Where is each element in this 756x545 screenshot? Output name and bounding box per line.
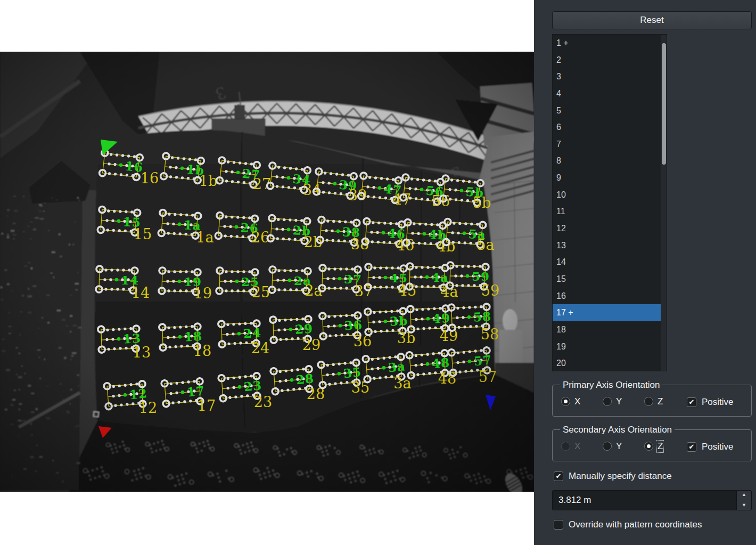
- svg-text:23: 23: [243, 378, 263, 394]
- svg-text:1a: 1a: [196, 229, 213, 246]
- svg-text:24: 24: [251, 340, 269, 356]
- spin-buttons: ▲ ▼: [736, 491, 751, 510]
- svg-text:14: 14: [132, 284, 150, 301]
- svg-text:25: 25: [252, 284, 270, 300]
- svg-text:59: 59: [472, 269, 490, 283]
- svg-text:17: 17: [186, 383, 206, 399]
- svg-text:24: 24: [243, 326, 262, 341]
- list-item-4[interactable]: 4: [553, 85, 662, 102]
- list-item-20[interactable]: 20: [553, 355, 662, 371]
- list-item-9[interactable]: 9: [553, 169, 662, 186]
- camera-view: 333: [0, 52, 534, 492]
- list-item-7[interactable]: 7: [553, 136, 662, 153]
- distance-value[interactable]: 3.812 m: [558, 495, 591, 506]
- primary-radio-label-z: Z: [658, 396, 663, 407]
- secondary-axis-group: Secondary Axis Orientation XYZ Positive: [552, 429, 752, 461]
- svg-text:58: 58: [473, 309, 492, 324]
- svg-text:57: 57: [479, 369, 497, 385]
- svg-text:17: 17: [198, 397, 216, 414]
- svg-text:4a: 4a: [431, 270, 449, 284]
- list-item-19[interactable]: 19: [553, 338, 662, 355]
- secondary-radio-label-y: Y: [616, 441, 622, 452]
- svg-text:29: 29: [294, 321, 314, 337]
- list-item-10[interactable]: 10: [553, 186, 662, 204]
- svg-text:35: 35: [343, 364, 363, 380]
- primary-radio-x[interactable]: [561, 397, 570, 406]
- svg-text:18: 18: [193, 343, 211, 359]
- secondary-radio-label-z: Z: [658, 441, 663, 452]
- list-item-13[interactable]: 13: [553, 237, 662, 254]
- secondary-radio-label-x: X: [574, 441, 580, 452]
- list-item-8[interactable]: 8: [553, 152, 662, 169]
- manual-distance-label: Manually specify distance: [569, 471, 672, 482]
- svg-text:57: 57: [473, 352, 493, 368]
- spin-up-icon[interactable]: ▲: [737, 492, 751, 501]
- list-item-14[interactable]: 14: [553, 254, 662, 271]
- list-item-16[interactable]: 16: [553, 288, 662, 305]
- app-window: 333: [0, 0, 756, 545]
- primary-radio-z[interactable]: [644, 397, 653, 406]
- settings-panel: Reset 1 +234567891011121314151617 +18192…: [534, 0, 756, 545]
- primary-positive-checkbox[interactable]: [687, 397, 696, 407]
- list-scrollbar-thumb[interactable]: [662, 43, 666, 165]
- secondary-radio-x: [561, 442, 570, 451]
- svg-text:58: 58: [481, 326, 499, 343]
- svg-text:12: 12: [139, 400, 157, 416]
- svg-text:1b: 1b: [199, 173, 217, 189]
- svg-text:29: 29: [302, 337, 321, 353]
- svg-text:59: 59: [481, 282, 499, 299]
- svg-text:18: 18: [184, 329, 203, 344]
- list-scrollbar[interactable]: [661, 35, 667, 371]
- primary-positive-label: Positive: [702, 397, 734, 408]
- svg-text:16: 16: [141, 170, 159, 186]
- list-item-12[interactable]: 12: [553, 220, 662, 237]
- list-item-3[interactable]: 3: [553, 68, 662, 85]
- primary-radio-label-y: Y: [616, 396, 622, 407]
- svg-text:15: 15: [134, 226, 152, 242]
- list-item-11[interactable]: 11: [553, 203, 662, 220]
- list-item-2[interactable]: 2: [553, 52, 662, 69]
- secondary-positive-checkbox[interactable]: [687, 442, 696, 452]
- svg-text:5a: 5a: [476, 237, 494, 253]
- svg-text:3a: 3a: [388, 359, 407, 375]
- city-backdrop: [0, 180, 83, 490]
- list-item-17[interactable]: 17 +: [553, 304, 662, 321]
- manual-distance-checkbox[interactable]: [554, 471, 563, 481]
- primary-radio-label-x: X: [574, 396, 580, 407]
- svg-text:23: 23: [254, 394, 272, 410]
- svg-text:49: 49: [432, 311, 451, 326]
- spin-down-icon[interactable]: ▼: [737, 502, 751, 512]
- list-item-1[interactable]: 1 +: [553, 35, 662, 52]
- secondary-positive-label: Positive: [702, 442, 734, 452]
- primary-axis-group: Primary Axis Orientation XYZ Positive: [552, 385, 752, 417]
- photo-background: 333: [0, 52, 534, 492]
- svg-text:3b: 3b: [389, 313, 408, 329]
- camera-image: 333: [0, 52, 534, 492]
- svg-text:5b: 5b: [473, 194, 491, 211]
- distance-spinbox[interactable]: 3.812 m ▲ ▼: [552, 490, 752, 510]
- secondary-radio-y[interactable]: [603, 442, 612, 451]
- reset-button[interactable]: Reset: [552, 11, 752, 29]
- list-item-18[interactable]: 18: [553, 321, 662, 338]
- svg-text:28: 28: [295, 371, 315, 387]
- list-item-6[interactable]: 6: [553, 119, 662, 136]
- override-checkbox[interactable]: [554, 520, 563, 530]
- pattern-list[interactable]: 1 +234567891011121314151617 +181920: [552, 34, 667, 371]
- primary-radio-y[interactable]: [603, 397, 612, 406]
- list-item-5[interactable]: 5: [553, 102, 662, 119]
- override-label: Override with pattern coordinates: [569, 519, 702, 530]
- list-item-15[interactable]: 15: [553, 271, 662, 288]
- svg-text:13: 13: [133, 344, 151, 361]
- svg-text:19: 19: [194, 285, 212, 302]
- secondary-radio-z[interactable]: [644, 442, 653, 451]
- svg-text:36: 36: [344, 318, 363, 333]
- svg-text:48: 48: [431, 355, 451, 371]
